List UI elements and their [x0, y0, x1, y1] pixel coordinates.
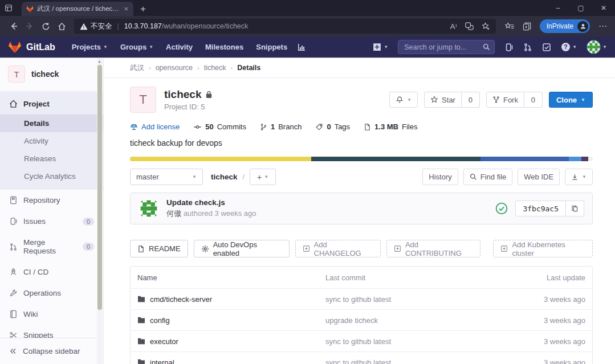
commit-author[interactable]: 何傲	[166, 209, 181, 218]
gitlab-brand[interactable]: GitLab	[8, 41, 55, 54]
sidebar-scrollbar[interactable]: ▲	[97, 58, 103, 364]
find-file-button[interactable]: Find file	[463, 169, 513, 185]
translate-icon[interactable]	[465, 22, 474, 30]
back-icon[interactable]	[6, 18, 22, 34]
commits-stat[interactable]: 50Commits	[193, 122, 246, 131]
file-commit-message[interactable]: sync to github latest	[325, 295, 517, 304]
copy-sha-button[interactable]	[566, 201, 584, 216]
user-menu[interactable]: ▼	[587, 40, 607, 54]
scrollbar-thumb[interactable]	[97, 65, 102, 310]
fork-button[interactable]: Fork	[486, 92, 524, 108]
sidebar-item-details[interactable]: Details	[0, 114, 103, 132]
new-menu-button[interactable]: ▼	[372, 42, 388, 52]
commit-sha[interactable]: 3fbc9ac5	[515, 201, 566, 216]
security-warning[interactable]: 不安全	[80, 22, 112, 31]
files-stat[interactable]: 1.3 MBFiles	[364, 122, 417, 131]
collapse-sidebar-button[interactable]: Collapse sidebar	[0, 338, 103, 364]
sidebar-item-wiki[interactable]: Wiki	[0, 304, 103, 325]
sidebar-item-releases[interactable]: Releases	[0, 150, 103, 167]
commit-title[interactable]: Update check.js	[166, 198, 256, 207]
rocket-icon	[9, 268, 18, 276]
file-name[interactable]: cmd/ticheck-server	[150, 295, 212, 304]
chart-icon[interactable]	[297, 43, 306, 52]
help-menu[interactable]: ? ▼	[561, 42, 577, 52]
table-row[interactable]: internal sync to github latest 3 weeks a…	[131, 351, 592, 364]
refresh-icon[interactable]	[38, 18, 54, 34]
download-dropdown[interactable]: ▼	[565, 169, 593, 185]
tags-stat[interactable]: 0Tags	[315, 122, 350, 131]
plus-square-icon	[372, 42, 382, 52]
table-row[interactable]: config upgrade ticheck 3 weeks ago	[131, 309, 592, 330]
merge-requests-icon[interactable]	[523, 43, 532, 52]
breadcrumb-group[interactable]: 武汉	[130, 63, 144, 73]
tab-actions-icon[interactable]	[0, 0, 17, 16]
tab-close-icon[interactable]: ×	[122, 5, 130, 13]
add-license-link[interactable]: Add license	[130, 122, 180, 131]
file-name[interactable]: executor	[150, 337, 178, 346]
sidebar-item-cycle-analytics[interactable]: Cycle Analytics	[0, 167, 103, 185]
inprivate-badge[interactable]: InPrivate	[540, 19, 590, 33]
sidebar-item-activity[interactable]: Activity	[0, 132, 103, 150]
history-button[interactable]: History	[422, 169, 458, 185]
read-aloud-icon[interactable]: A⁾	[450, 22, 457, 31]
file-name[interactable]: config	[150, 316, 170, 325]
file-commit-message[interactable]: upgrade ticheck	[325, 316, 517, 325]
sidebar-project-header[interactable]: T ticheck	[0, 58, 103, 91]
file-name[interactable]: internal	[150, 358, 174, 364]
web-ide-button[interactable]: Web IDE	[518, 169, 560, 185]
add-changelog-button[interactable]: Add CHANGELOG	[295, 240, 381, 257]
maximize-button[interactable]: ▢	[569, 0, 592, 16]
commit-author-avatar[interactable]	[139, 198, 159, 219]
sidebar-item-ci-cd[interactable]: CI / CD	[0, 261, 103, 283]
minimize-button[interactable]: –	[547, 0, 569, 16]
auto-devops-button[interactable]: Auto DevOps enabled	[194, 240, 290, 257]
favorites-bar-icon[interactable]	[505, 22, 514, 31]
nav-snippets[interactable]: Snippets	[250, 43, 294, 51]
nav-activity[interactable]: Activity	[160, 43, 199, 51]
table-row[interactable]: cmd/ticheck-server sync to github latest…	[131, 288, 592, 309]
issues-icon[interactable]	[504, 43, 514, 52]
pipeline-passed-icon[interactable]	[495, 202, 508, 215]
sidebar-item-repository[interactable]: Repository	[0, 190, 103, 211]
fork-count[interactable]: 0	[524, 92, 543, 108]
project-sidebar: T ticheck Project Details Activity Relea…	[0, 58, 104, 364]
table-row[interactable]: executor sync to github latest 3 weeks a…	[131, 330, 592, 351]
add-contributing-button[interactable]: Add CONTRIBUTING	[386, 240, 481, 257]
readme-button[interactable]: README	[130, 240, 188, 257]
scroll-up-icon[interactable]: ▲	[97, 59, 101, 63]
file-commit-message[interactable]: sync to github latest	[325, 337, 517, 346]
sidebar-item-merge-requests[interactable]: Merge Requests 0	[0, 232, 103, 261]
collections-icon[interactable]	[523, 22, 531, 31]
language-bar[interactable]	[130, 157, 593, 161]
nav-projects[interactable]: Projects▼	[66, 43, 114, 51]
add-kubernetes-button[interactable]: Add Kubernetes cluster	[493, 240, 593, 257]
home-icon[interactable]	[54, 18, 70, 34]
file-commit-message[interactable]: sync to github latest	[325, 358, 517, 364]
branches-stat[interactable]: 1Branch	[260, 122, 302, 131]
star-count[interactable]: 0	[462, 92, 480, 108]
star-button[interactable]: Star	[424, 92, 462, 108]
merge-requests-count-badge: 0	[83, 243, 94, 251]
new-tab-button[interactable]: +	[140, 3, 146, 16]
favorite-add-icon[interactable]	[482, 22, 490, 31]
close-button[interactable]: ✕	[592, 0, 615, 16]
address-bar[interactable]: 不安全 | 10.3.70.187/wuhan/opensource/tiche…	[74, 19, 496, 34]
breadcrumb-project[interactable]: ticheck	[204, 64, 226, 72]
file-last-update: 3 weeks ago	[517, 337, 585, 346]
sidebar-item-project[interactable]: Project	[0, 93, 103, 114]
todos-icon[interactable]	[542, 43, 551, 52]
breadcrumb-subgroup[interactable]: opensource	[156, 64, 193, 72]
sidebar-item-operations[interactable]: Operations	[0, 283, 103, 304]
nav-groups[interactable]: Groups▼	[114, 43, 160, 51]
clone-button[interactable]: Clone ▼	[549, 92, 593, 108]
notification-dropdown[interactable]: ▼	[389, 92, 418, 108]
add-file-dropdown[interactable]: + ▼	[250, 169, 276, 185]
browser-menu-icon[interactable]: ⋯	[598, 21, 607, 31]
branch-selector[interactable]: master ▼	[130, 169, 203, 185]
search-input[interactable]	[398, 40, 495, 54]
repo-path[interactable]: ticheck	[211, 173, 238, 181]
nav-milestones[interactable]: Milestones	[199, 43, 250, 51]
browser-tab[interactable]: 武汉 / opensource / ticheck · Gi ×	[22, 2, 133, 16]
project-avatar-large: T	[130, 87, 156, 113]
sidebar-item-issues[interactable]: Issues 0	[0, 211, 103, 232]
